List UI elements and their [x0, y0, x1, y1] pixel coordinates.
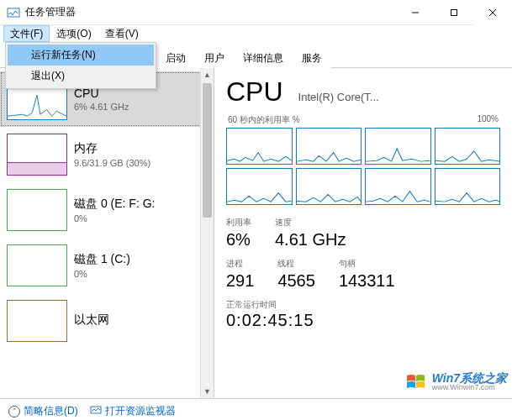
- svg-rect-2: [451, 10, 457, 16]
- tab-details[interactable]: 详细信息: [234, 48, 293, 68]
- svg-rect-7: [91, 407, 101, 413]
- sidebar-item-disk1[interactable]: 磁盘 1 (C:) 0%: [0, 238, 214, 293]
- thread-label: 线程: [277, 258, 315, 270]
- disk0-thumb: [7, 189, 67, 231]
- util-value: 6%: [226, 230, 251, 249]
- sidebar-item-disk0[interactable]: 磁盘 0 (E: F: G: 0%: [0, 182, 214, 238]
- scroll-down-icon[interactable]: ▼: [201, 385, 214, 398]
- svg-rect-0: [8, 8, 19, 17]
- core-chart: [296, 168, 362, 205]
- scroll-up-icon[interactable]: ▲: [201, 68, 214, 81]
- sidebar-disk1-title: 磁盘 1 (C:): [74, 252, 130, 267]
- watermark: Win7系统之家 www.Winwin7.com: [405, 372, 507, 391]
- core-chart: [365, 128, 431, 165]
- core-chart: [296, 128, 362, 165]
- eth-thumb: [7, 300, 67, 342]
- speed-value: 4.61 GHz: [275, 230, 346, 249]
- detail-subtitle: Intel(R) Core(T...: [298, 91, 379, 103]
- uptime-value: 0:02:45:15: [226, 311, 500, 330]
- maximize-button[interactable]: [435, 0, 473, 25]
- watermark-line1: Win7系统之家: [432, 372, 507, 384]
- menu-run-new-task[interactable]: 运行新任务(N): [8, 45, 154, 66]
- tab-users[interactable]: 用户: [195, 48, 234, 68]
- sidebar-disk1-sub: 0%: [74, 269, 130, 279]
- uptime-label: 正常运行时间: [226, 299, 500, 311]
- detail-pane: CPU Intel(R) Core(T... 60 秒内的利用率 % 100% …: [214, 68, 512, 398]
- thread-value: 4565: [277, 271, 315, 291]
- sidebar-mem-sub: 9.6/31.9 GB (30%): [74, 158, 150, 168]
- window-controls: [396, 0, 512, 24]
- sidebar-disk0-sub: 0%: [74, 213, 155, 223]
- proc-value: 291: [226, 271, 254, 291]
- titlebar: 任务管理器: [0, 0, 512, 25]
- disk1-thumb: [7, 244, 67, 286]
- tab-startup[interactable]: 启动: [156, 48, 195, 68]
- util-label: 利用率: [226, 217, 251, 228]
- sidebar: CPU 6% 4.61 GHz 内存 9.6/31.9 GB (30%) 磁盘 …: [0, 68, 214, 398]
- proc-label: 进程: [226, 258, 254, 270]
- core-chart: [365, 168, 431, 205]
- app-icon: [7, 6, 20, 19]
- file-dropdown: 运行新任务(N) 退出(X): [5, 42, 156, 89]
- menubar: 文件(F) 选项(O) 查看(V): [0, 25, 512, 42]
- core-chart: [226, 128, 293, 165]
- menu-options[interactable]: 选项(O): [50, 25, 98, 42]
- chevron-up-icon: ˄: [8, 406, 20, 417]
- watermark-line2: www.Winwin7.com: [432, 384, 507, 391]
- detail-title: CPU: [226, 76, 283, 108]
- core-chart: [226, 168, 293, 205]
- sidebar-item-ethernet[interactable]: 以太网: [0, 293, 214, 349]
- handle-label: 句柄: [339, 258, 395, 270]
- open-resmon-button[interactable]: 打开资源监视器: [90, 404, 176, 418]
- menu-exit[interactable]: 退出(X): [8, 66, 154, 87]
- core-chart: [435, 168, 501, 205]
- chart-right-label: 100%: [477, 114, 499, 126]
- window-title: 任务管理器: [25, 5, 396, 19]
- sidebar-item-memory[interactable]: 内存 9.6/31.9 GB (30%): [0, 127, 214, 182]
- sidebar-scrollbar[interactable]: ▲ ▼: [200, 68, 214, 398]
- memory-thumb: [7, 134, 67, 176]
- resmon-icon: [90, 404, 102, 418]
- close-button[interactable]: [473, 0, 512, 25]
- scroll-thumb[interactable]: [203, 83, 212, 218]
- handle-value: 143311: [339, 271, 395, 291]
- sidebar-disk0-title: 磁盘 0 (E: F: G:: [74, 197, 155, 212]
- menu-view[interactable]: 查看(V): [98, 25, 145, 42]
- minimize-button[interactable]: [396, 0, 435, 25]
- chart-left-label: 60 秒内的利用率 %: [228, 114, 300, 126]
- sidebar-eth-title: 以太网: [74, 312, 109, 328]
- menu-file[interactable]: 文件(F): [3, 25, 50, 42]
- core-chart: [435, 128, 501, 165]
- tab-services[interactable]: 服务: [293, 48, 331, 68]
- fewer-details-label: 简略信息(D): [24, 404, 78, 418]
- speed-label: 速度: [275, 217, 346, 228]
- core-grid: [226, 128, 500, 205]
- main-area: CPU 6% 4.61 GHz 内存 9.6/31.9 GB (30%) 磁盘 …: [0, 68, 512, 398]
- open-resmon-label: 打开资源监视器: [105, 404, 176, 418]
- sidebar-mem-title: 内存: [74, 141, 150, 156]
- fewer-details-button[interactable]: ˄ 简略信息(D): [8, 404, 78, 418]
- windows-logo-icon: [405, 373, 429, 391]
- svg-rect-5: [8, 163, 66, 175]
- footer: ˄ 简略信息(D) 打开资源监视器: [0, 398, 512, 420]
- sidebar-cpu-sub: 6% 4.61 GHz: [74, 102, 129, 112]
